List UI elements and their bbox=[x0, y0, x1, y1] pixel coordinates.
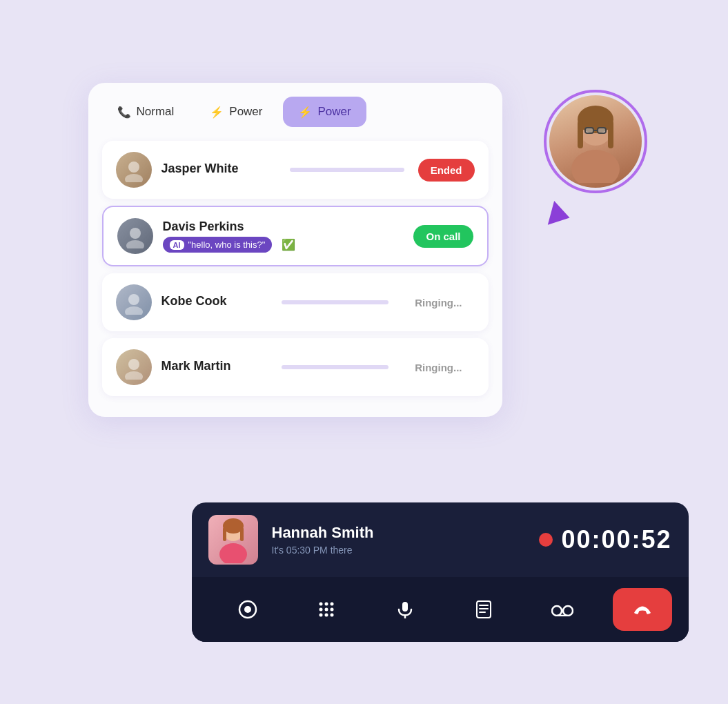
svg-point-29 bbox=[319, 614, 322, 617]
call-info-davis: Davis Perkins AI "hello, who is this?" ✅ bbox=[163, 219, 414, 253]
call-bar-top: Hannah Smith It's 05:30 PM there 00:00:5… bbox=[192, 502, 689, 577]
svg-rect-32 bbox=[402, 602, 408, 612]
call-name-jasper: Jasper White bbox=[161, 162, 276, 176]
progress-bar-jasper bbox=[290, 168, 404, 172]
phone-icon: 📞 bbox=[117, 106, 131, 119]
call-bar-right: 00:00:52 bbox=[539, 525, 671, 554]
call-row-mark[interactable]: Mark Martin Ringing... bbox=[102, 338, 489, 396]
svg-point-25 bbox=[330, 603, 333, 606]
play-triangle-icon bbox=[547, 201, 572, 230]
tab-normal-label: Normal bbox=[137, 105, 175, 119]
call-info-jasper: Jasper White bbox=[161, 162, 276, 179]
call-name-kobe: Kobe Cook bbox=[161, 294, 268, 309]
voicemail-icon bbox=[551, 598, 573, 620]
svg-point-22 bbox=[244, 606, 251, 613]
status-badge-jasper: Ended bbox=[418, 159, 475, 182]
svg-point-17 bbox=[219, 543, 247, 563]
svg-point-0 bbox=[128, 162, 139, 173]
voicemail-button[interactable] bbox=[523, 593, 602, 626]
check-icon-davis: ✅ bbox=[282, 238, 295, 251]
tab-power2-label: Power bbox=[317, 105, 351, 119]
svg-rect-19 bbox=[223, 527, 226, 541]
call-row-jasper[interactable]: Jasper White Ended bbox=[102, 141, 489, 199]
tab-power1[interactable]: ⚡ Power bbox=[195, 97, 277, 127]
avatar-mark bbox=[116, 349, 152, 385]
svg-point-27 bbox=[324, 608, 328, 612]
call-name-mark: Mark Martin bbox=[161, 359, 268, 373]
svg-rect-20 bbox=[240, 527, 244, 541]
avatar-davis bbox=[117, 218, 153, 254]
record-icon bbox=[237, 598, 259, 620]
record-dot-icon bbox=[539, 533, 553, 547]
ai-bubble-davis: AI "hello, who is this?" bbox=[163, 237, 273, 253]
hangup-button[interactable] bbox=[613, 588, 672, 631]
avatar-kobe bbox=[116, 284, 152, 320]
svg-point-28 bbox=[330, 608, 333, 612]
active-call-bar: Hannah Smith It's 05:30 PM there 00:00:5… bbox=[192, 502, 689, 642]
tab-bar: 📞 Normal ⚡ Power ⚡ Power bbox=[102, 97, 489, 127]
svg-point-6 bbox=[128, 359, 139, 370]
status-badge-davis: On call bbox=[413, 225, 473, 248]
svg-point-2 bbox=[130, 228, 141, 239]
svg-rect-11 bbox=[578, 121, 583, 148]
svg-point-4 bbox=[128, 294, 139, 305]
progress-bar-kobe bbox=[282, 300, 388, 304]
svg-point-24 bbox=[324, 603, 328, 606]
scene: 📞 Normal ⚡ Power ⚡ Power Jasper White bbox=[54, 48, 675, 656]
ai-message-davis: "hello, who is this?" bbox=[188, 239, 266, 250]
profile-avatar-container bbox=[544, 90, 654, 228]
status-badge-mark: Ringing... bbox=[402, 356, 474, 379]
call-bar-bottom bbox=[192, 577, 689, 642]
progress-bar-mark bbox=[282, 365, 388, 369]
call-bar-avatar bbox=[208, 515, 258, 565]
tab-normal[interactable]: 📞 Normal bbox=[102, 97, 190, 127]
call-info-kobe: Kobe Cook bbox=[161, 294, 268, 311]
svg-point-3 bbox=[126, 240, 144, 248]
svg-point-30 bbox=[324, 614, 328, 617]
keypad-button[interactable] bbox=[287, 593, 366, 626]
avatar-jasper bbox=[116, 152, 152, 188]
tab-power2[interactable]: ⚡ Power bbox=[283, 97, 366, 127]
call-info-mark: Mark Martin bbox=[161, 359, 268, 376]
call-bar-info: Hannah Smith It's 05:30 PM there bbox=[272, 524, 540, 556]
ai-label: AI bbox=[170, 240, 184, 250]
call-bar-name: Hannah Smith bbox=[272, 524, 540, 542]
lightning-icon-1: ⚡ bbox=[210, 106, 224, 119]
call-name-davis: Davis Perkins bbox=[163, 219, 414, 234]
call-row-kobe[interactable]: Kobe Cook Ringing... bbox=[102, 273, 489, 331]
call-row-davis[interactable]: Davis Perkins AI "hello, who is this?" ✅… bbox=[102, 206, 489, 266]
svg-point-39 bbox=[563, 606, 573, 616]
call-bar-time-info: It's 05:30 PM there bbox=[272, 545, 540, 556]
avatar-ring bbox=[544, 90, 647, 193]
call-timer: 00:00:52 bbox=[561, 525, 671, 554]
svg-point-26 bbox=[319, 608, 322, 612]
svg-rect-14 bbox=[598, 128, 606, 133]
mute-button[interactable] bbox=[366, 593, 444, 626]
svg-point-38 bbox=[552, 606, 562, 616]
transfer-button[interactable] bbox=[444, 593, 523, 626]
status-badge-kobe: Ringing... bbox=[402, 291, 474, 314]
svg-rect-12 bbox=[608, 121, 613, 148]
svg-point-7 bbox=[125, 371, 143, 380]
svg-point-23 bbox=[319, 603, 322, 606]
record-button[interactable] bbox=[208, 593, 287, 626]
transfer-icon bbox=[473, 598, 495, 620]
keypad-icon bbox=[315, 598, 337, 620]
avatar-ring-inner bbox=[549, 95, 642, 188]
svg-point-31 bbox=[330, 614, 333, 617]
svg-point-5 bbox=[125, 306, 143, 315]
svg-rect-13 bbox=[585, 128, 593, 133]
svg-point-9 bbox=[571, 150, 620, 183]
lightning-icon-2: ⚡ bbox=[298, 106, 312, 119]
svg-point-1 bbox=[125, 174, 143, 182]
mute-icon bbox=[394, 598, 416, 620]
main-panel: 📞 Normal ⚡ Power ⚡ Power Jasper White bbox=[88, 83, 502, 417]
tab-power1-label: Power bbox=[229, 105, 262, 119]
